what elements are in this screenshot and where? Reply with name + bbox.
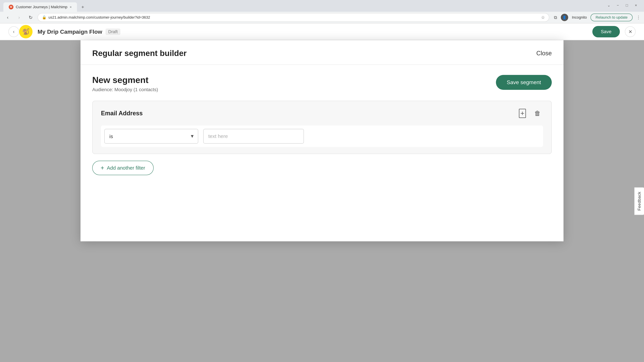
address-bar-row: ‹ › ↻ 🔒 us21.admin.mailchimp.com/custome…	[0, 12, 644, 23]
draft-badge: Draft	[106, 28, 120, 35]
forward-nav-button[interactable]: ›	[15, 13, 24, 22]
condition-select-wrapper: is is not contains does not contain star…	[104, 129, 198, 144]
browser-chrome: M Customer Journeys | Mailchimp × + ⌄ − …	[0, 0, 644, 23]
add-filter-label: Add another filter	[107, 165, 145, 171]
segment-builder-modal: Regular segment builder Close New segmen…	[80, 40, 564, 241]
modal-body: New segment Audience: Moodjoy (1 contact…	[80, 65, 564, 241]
maximize-button[interactable]: □	[624, 2, 630, 8]
app-top-bar-actions: Save ✕	[592, 26, 636, 37]
app-save-button[interactable]: Save	[592, 26, 620, 37]
filter-actions: + 🗑	[517, 108, 543, 119]
filter-condition-row: is is not contains does not contain star…	[101, 125, 543, 147]
lock-icon: 🔒	[42, 15, 46, 19]
app-title: My Drip Campaign Flow	[38, 28, 102, 35]
modal-close-button[interactable]: Close	[536, 50, 552, 57]
segment-audience: Audience: Moodjoy (1 contacts)	[92, 87, 158, 92]
delete-filter-button[interactable]: 🗑	[532, 108, 543, 119]
minimize-button[interactable]: −	[615, 2, 621, 8]
condition-value-input[interactable]	[203, 129, 304, 144]
save-segment-button[interactable]: Save segment	[496, 75, 552, 90]
filter-block-header: Email Address + 🗑	[101, 108, 543, 119]
segment-title: New segment	[92, 75, 158, 85]
active-tab[interactable]: M Customer Journeys | Mailchimp ×	[3, 2, 77, 12]
address-bar[interactable]: 🔒 us21.admin.mailchimp.com/customer-jour…	[38, 13, 549, 22]
app-settings-button[interactable]: ✕	[625, 26, 636, 37]
modal-overlay: Regular segment builder Close New segmen…	[0, 40, 644, 362]
tab-favicon: M	[9, 5, 14, 9]
tab-close-icon[interactable]: ×	[70, 5, 72, 9]
feedback-label: Feedback	[634, 187, 644, 215]
app-logo: 🐒	[19, 25, 32, 38]
incognito-label: Incognito	[572, 15, 587, 19]
close-button[interactable]: ×	[633, 2, 639, 8]
relaunch-button[interactable]: Relaunch to update	[590, 13, 632, 21]
main-canvas: Regular segment builder Close New segmen…	[0, 40, 644, 362]
segment-header: New segment Audience: Moodjoy (1 contact…	[92, 75, 552, 92]
profile-icon[interactable]: 👤	[561, 14, 568, 21]
add-filter-button[interactable]: + Add another filter	[92, 161, 154, 175]
feedback-sidebar[interactable]: Feedback	[634, 187, 644, 215]
condition-select[interactable]: is is not contains does not contain star…	[104, 129, 198, 144]
modal-title: Regular segment builder	[92, 49, 187, 58]
trash-icon: 🗑	[534, 110, 541, 117]
app-back-button[interactable]: ‹	[8, 26, 19, 37]
app-top-bar: ‹ 🐒 My Drip Campaign Flow Draft Save ✕	[0, 23, 644, 40]
duplicate-filter-button[interactable]: +	[517, 108, 528, 119]
duplicate-icon: +	[519, 109, 526, 118]
new-tab-button[interactable]: +	[79, 3, 86, 11]
plus-icon: +	[100, 164, 104, 171]
extensions-icon[interactable]: ⧉	[554, 15, 557, 20]
back-nav-button[interactable]: ‹	[3, 13, 12, 22]
chevron-down-icon[interactable]: ⌄	[606, 2, 612, 8]
filter-block: Email Address + 🗑	[92, 101, 552, 154]
window-controls: ⌄ − □ ×	[606, 2, 639, 8]
filter-type-label: Email Address	[101, 110, 143, 117]
url-text: us21.admin.mailchimp.com/customer-journe…	[48, 15, 539, 19]
refresh-button[interactable]: ↻	[26, 13, 35, 22]
tab-title: Customer Journeys | Mailchimp	[16, 5, 68, 9]
segment-info: New segment Audience: Moodjoy (1 contact…	[92, 75, 158, 92]
browser-menu-icon[interactable]: ⋮	[636, 15, 641, 20]
bookmark-icon[interactable]: ☆	[541, 15, 545, 20]
page-content: ‹ 🐒 My Drip Campaign Flow Draft Save ✕ R…	[0, 23, 644, 362]
modal-header: Regular segment builder Close	[80, 40, 564, 65]
